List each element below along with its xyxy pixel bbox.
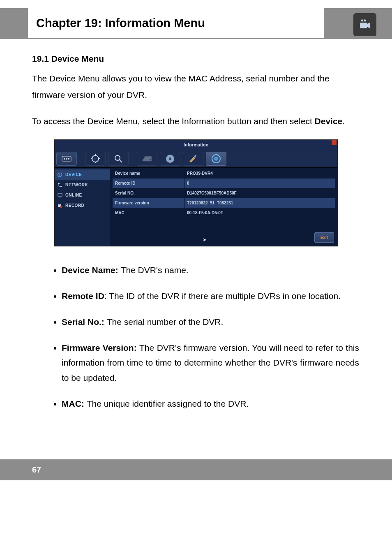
dvr-information-window: Information — [54, 139, 338, 247]
bullet-remote-id: Remote ID: The ID of the DVR if there ar… — [62, 289, 360, 304]
svg-point-13 — [115, 155, 120, 160]
sidebar-item-network[interactable]: NETWORK — [55, 180, 110, 190]
exit-button[interactable]: Exit — [314, 232, 334, 243]
sidebar: ⓘ DEVICE NETWORK ONLINE — [55, 168, 110, 246]
toolbar-drive-icon[interactable] — [137, 152, 157, 166]
bullet-text: : The ID of the DVR if there are multipl… — [104, 291, 341, 301]
chapter-header: Chapter 19: Information Menu — [0, 0, 392, 39]
bullet-term: Firmware Version: — [62, 343, 139, 352]
bullet-term: Device Name: — [62, 265, 121, 275]
svg-point-26 — [60, 206, 62, 208]
record-icon — [57, 203, 63, 208]
page-footer: 67 — [0, 459, 392, 480]
info-icon: ⓘ — [57, 172, 63, 178]
svg-point-4 — [64, 158, 65, 160]
sidebar-label: RECORD — [65, 202, 84, 209]
sidebar-label: ONLINE — [65, 191, 82, 199]
info-row-device-name: Device name PRO39-DVR4 — [113, 169, 335, 178]
info-label: Firmware version — [113, 198, 184, 208]
svg-point-6 — [68, 158, 69, 160]
svg-point-20 — [214, 157, 218, 161]
page-content: 19.1 Device Menu The Device Menu allows … — [0, 39, 392, 439]
field-descriptions: Device Name: The DVR's name. Remote ID: … — [32, 263, 360, 411]
info-panel: Device name PRO39-DVR4 Remote ID 0 Seria… — [110, 168, 337, 246]
svg-rect-21 — [58, 183, 60, 184]
svg-rect-18 — [194, 155, 196, 158]
bullet-serial-no: Serial No.: The serial number of the DVR… — [62, 315, 360, 330]
info-value: 0 — [184, 178, 335, 188]
bullet-mac: MAC: The unique identifier assigned to t… — [62, 396, 360, 412]
info-label: MAC — [113, 208, 184, 218]
bullet-term: MAC: — [62, 399, 87, 408]
monitor-icon — [57, 192, 63, 198]
page-number: 67 — [32, 465, 41, 474]
bullet-firmware-version: Firmware Version: The DVR's firmware ver… — [62, 341, 360, 386]
sidebar-label: DEVICE — [65, 171, 82, 178]
cursor-icon: ➤ — [203, 235, 207, 245]
svg-point-5 — [66, 158, 67, 160]
para2-part-a: To access the Device Menu, select the In… — [32, 116, 315, 126]
chapter-title: Chapter 19: Information Menu — [28, 8, 324, 38]
info-value: T20120822_51_T082251 — [184, 198, 335, 208]
window-body: ⓘ DEVICE NETWORK ONLINE — [55, 168, 337, 246]
toolbar-gear-icon[interactable] — [85, 152, 106, 166]
info-label: Device name — [113, 169, 184, 178]
sidebar-label: NETWORK — [65, 181, 88, 189]
sidebar-item-device[interactable]: ⓘ DEVICE — [55, 169, 110, 180]
info-label: Serial NO. — [113, 188, 184, 198]
svg-point-0 — [361, 19, 363, 21]
svg-line-14 — [120, 160, 122, 162]
window-titlebar: Information — [55, 140, 337, 151]
svg-point-8 — [94, 158, 97, 160]
svg-rect-2 — [360, 23, 367, 28]
toolbar-info-icon[interactable] — [206, 152, 226, 166]
svg-point-17 — [169, 158, 171, 160]
bullet-device-name: Device Name: The DVR's name. — [62, 263, 360, 278]
camera-icon — [353, 13, 376, 36]
intro-paragraph-2: To access the Device Menu, select the In… — [32, 113, 360, 130]
toolbar-search-icon[interactable] — [108, 152, 129, 166]
network-icon — [57, 182, 63, 188]
info-row-remote-id: Remote ID 0 — [113, 178, 335, 188]
para2-part-c: . — [342, 116, 345, 126]
svg-rect-22 — [60, 186, 62, 187]
window-title: Information — [184, 142, 209, 147]
svg-point-15 — [150, 159, 151, 160]
info-label: Remote ID — [113, 178, 184, 188]
para2-part-b: Device — [315, 116, 343, 126]
info-value: D14027C5001BF50AD50F — [184, 188, 335, 198]
info-row-serial: Serial NO. D14027C5001BF50AD50F — [113, 188, 335, 198]
section-heading: 19.1 Device Menu — [32, 51, 360, 67]
toolbar — [55, 150, 337, 168]
info-row-mac: MAC 00:18:F5:0A:D5:0F — [113, 208, 335, 218]
toolbar-disc-icon[interactable] — [160, 152, 180, 166]
close-icon[interactable] — [332, 140, 337, 145]
bullet-term: Remote ID — [62, 291, 104, 301]
bullet-text: The serial number of the DVR. — [107, 317, 224, 327]
sidebar-item-record[interactable]: RECORD — [55, 200, 110, 211]
svg-rect-23 — [58, 193, 62, 196]
info-value: PRO39-DVR4 — [184, 169, 335, 178]
bullet-text: The DVR's name. — [121, 265, 189, 275]
bullet-text: The unique identifier assigned to the DV… — [87, 399, 249, 408]
sidebar-item-online[interactable]: ONLINE — [55, 190, 110, 200]
svg-point-1 — [364, 19, 366, 21]
toolbar-icon-1[interactable] — [56, 152, 77, 166]
intro-paragraph-1: The Device Menu allows you to view the M… — [32, 70, 360, 103]
toolbar-tools-icon[interactable] — [183, 152, 203, 166]
info-row-firmware: Firmware version T20120822_51_T082251 — [113, 198, 335, 208]
bullet-term: Serial No.: — [62, 317, 107, 327]
info-value: 00:18:F5:0A:D5:0F — [184, 208, 335, 218]
